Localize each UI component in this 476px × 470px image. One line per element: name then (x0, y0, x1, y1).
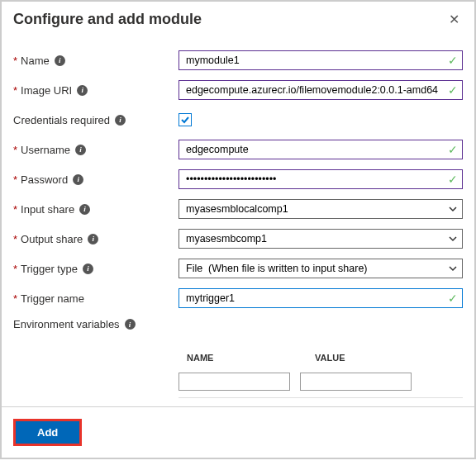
panel-footer: Add (2, 406, 474, 458)
label-image-uri: Image URI (21, 84, 72, 97)
label-password: Password (21, 173, 68, 186)
add-button[interactable]: Add (16, 421, 79, 444)
row-output-share: * Output share i (13, 229, 463, 249)
panel-title: Configure and add module (13, 11, 202, 28)
trigger-type-select[interactable] (178, 259, 463, 278)
name-input[interactable] (178, 50, 463, 70)
row-credentials: Credentials required i (13, 110, 463, 130)
label-name: Name (21, 55, 50, 67)
env-header-value: VALUE (307, 353, 435, 363)
required-star: * (13, 203, 17, 216)
row-password: * Password i ✓ (13, 169, 463, 189)
required-star: * (13, 292, 17, 305)
label-username: Username (21, 144, 70, 156)
row-username: * Username i ✓ (13, 140, 463, 159)
label-output-share: Output share (21, 233, 83, 245)
password-input[interactable] (178, 169, 463, 189)
required-star: * (13, 233, 17, 245)
required-star: * (13, 263, 17, 275)
row-trigger-name: * Trigger name ✓ (13, 288, 463, 308)
env-row (178, 368, 463, 398)
info-icon[interactable]: i (79, 204, 90, 215)
trigger-name-input[interactable] (178, 288, 463, 308)
env-header-name: NAME (178, 353, 307, 363)
info-icon[interactable]: i (83, 263, 93, 274)
credentials-checkbox[interactable] (178, 113, 192, 126)
env-value-input[interactable] (300, 373, 412, 391)
info-icon[interactable]: i (115, 115, 126, 126)
image-uri-input[interactable] (178, 80, 463, 100)
form-area: * Name i ✓ * Image URI i ✓ Cre (2, 36, 474, 406)
row-trigger-type: * Trigger type i (13, 259, 463, 278)
info-icon[interactable]: i (125, 319, 136, 330)
username-input[interactable] (178, 140, 463, 159)
label-trigger-name: Trigger name (21, 292, 84, 305)
panel-header: Configure and add module ✕ (2, 2, 474, 36)
required-star: * (13, 84, 17, 97)
row-image-uri: * Image URI i ✓ (13, 80, 463, 100)
label-credentials: Credentials required (13, 114, 110, 126)
env-vars-table: NAME VALUE (178, 348, 463, 398)
info-icon[interactable]: i (88, 234, 98, 244)
row-input-share: * Input share i (13, 199, 463, 219)
info-icon[interactable]: i (77, 85, 88, 96)
required-star: * (13, 55, 17, 67)
label-trigger-type: Trigger type (21, 263, 78, 275)
add-button-highlight: Add (13, 419, 82, 446)
info-icon[interactable]: i (73, 174, 83, 185)
label-input-share: Input share (21, 203, 74, 216)
label-env-vars: Environment variables (13, 318, 120, 330)
row-env-vars: Environment variables i (13, 318, 463, 338)
env-name-input[interactable] (178, 373, 290, 391)
row-name: * Name i ✓ (13, 50, 463, 70)
required-star: * (13, 144, 17, 156)
info-icon[interactable]: i (55, 55, 65, 66)
info-icon[interactable]: i (75, 145, 86, 155)
output-share-select[interactable] (178, 229, 463, 249)
configure-module-panel: Configure and add module ✕ * Name i ✓ * … (0, 0, 476, 459)
input-share-select[interactable] (178, 199, 463, 219)
required-star: * (13, 173, 17, 186)
close-icon[interactable]: ✕ (445, 10, 463, 29)
